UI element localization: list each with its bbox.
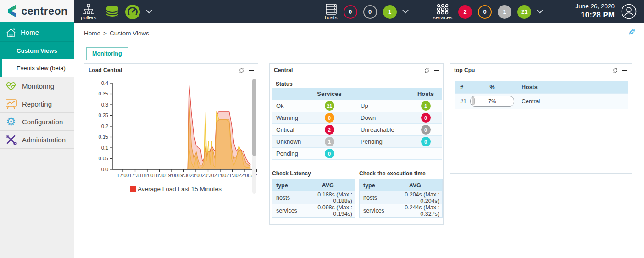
sidebar-item-monitoring[interactable]: Monitoring [0,77,74,95]
gauge-icon[interactable] [125,4,140,20]
svg-text:17:30: 17:30 [129,173,141,178]
services-button[interactable]: services [433,4,452,20]
centreon-dashboard: centreon pollers [0,0,644,258]
breadcrumb-home[interactable]: Home [84,30,100,37]
current-time: 10:28 PM [575,11,615,20]
load-central-title: Load Central [89,67,239,73]
refresh-icon[interactable] [424,67,430,73]
sidebar-item-administration[interactable]: Administration [0,131,74,149]
status-table-header: ServicesHosts [272,88,442,100]
brand-name: centreon [21,5,67,17]
service-count-badge[interactable]: 21 [325,101,334,111]
top-cpu-header: top Cpu [450,64,632,77]
svg-text:0.15: 0.15 [99,134,108,140]
services-badge-1[interactable]: 0 [478,5,492,19]
svg-text:21:00: 21:00 [214,173,226,178]
status-row-critical: Critical2Unreachable0 [272,124,442,136]
hosts-badge-2[interactable]: 1 [383,5,397,19]
mini-table-row: hosts0.204s (Max : 0.204s) [360,191,443,204]
sidebar: Home Custom Views Events view (beta) Mon… [0,23,74,258]
host-count-badge[interactable]: 0 [421,113,431,123]
service-count-badge[interactable]: 0 [325,113,334,123]
svg-text:0.25: 0.25 [99,112,108,118]
sidebar-item-home[interactable]: Home [0,23,74,42]
sidebar-item-label: Reporting [22,100,52,108]
hosts-chevron-down-icon[interactable] [402,10,409,14]
status-table: ServicesHostsOk21Up1Warning0Down0Critica… [272,88,442,160]
gear-icon: ⚙ [5,116,17,128]
area-series-2 [188,101,250,169]
events-view-label: Events view (beta) [17,65,66,72]
host-state-label: Unreachable [355,126,410,133]
clock: June 26, 2020 10:28 PM [575,3,615,20]
check-execution-table: typeAVGhosts0.204s (Max : 0.204s)service… [359,179,443,218]
sidebar-item-events-view[interactable]: Events view (beta) [0,59,74,77]
hosts-badge-0[interactable]: 0 [344,5,357,19]
centreon-logo[interactable]: centreon [0,0,74,22]
service-count-badge[interactable]: 2 [325,125,334,135]
widget-top-cpu: top Cpu #%Hosts#17%Central [450,63,632,174]
service-state-label: Ok [272,102,304,109]
hosts-button[interactable]: hosts [325,4,338,20]
edit-view-pencil-icon[interactable]: ✎ [628,27,636,38]
service-count-badge[interactable]: 0 [325,149,334,158]
central-title: Central [274,67,424,73]
sidebar-item-custom-views[interactable]: Custom Views [0,42,74,59]
widget-load-central: Load Central 0.40.350.30.250.20.150.10.0… [84,63,258,195]
host-count-badge[interactable]: 0 [421,137,431,146]
host-count-badge[interactable]: 1 [421,101,431,111]
database-icon[interactable] [105,4,120,20]
cpu-host-name: Central [515,98,628,105]
breadcrumb: Home>Custom Views [84,30,149,37]
service-state-label: Warning [272,114,304,121]
pollers-button[interactable]: pollers [81,4,96,20]
pollers-chevron-down-icon[interactable] [146,10,152,14]
cpu-percent-label: 7% [471,96,514,106]
minimize-icon[interactable] [622,70,627,71]
breadcrumb-custom-views[interactable]: Custom Views [110,30,149,37]
svg-text:0.05: 0.05 [99,156,108,161]
hosts-label: hosts [325,15,338,20]
breadcrumb-separator: > [103,30,107,37]
current-date: June 26, 2020 [575,3,615,10]
svg-text:20:00: 20:00 [190,173,202,178]
central-header: Central [270,64,443,77]
check-execution-title: Check the execution time [359,170,443,177]
services-badge-2[interactable]: 1 [498,5,511,19]
host-count-badge[interactable]: 0 [421,125,431,135]
custom-views-label: Custom Views [17,47,57,54]
pollers-label: pollers [81,15,96,20]
services-badge-0[interactable]: 2 [458,5,472,19]
svg-text:18:30: 18:30 [153,173,165,178]
pollers-group: pollers [81,0,152,23]
svg-text:0.35: 0.35 [99,91,108,96]
mini-table-row: hosts0.188s (Max : 0.188s) [272,191,355,204]
tab-monitoring[interactable]: Monitoring [86,47,128,60]
user-profile-icon[interactable] [621,4,637,19]
sidebar-item-label: Monitoring [22,82,54,90]
hosts-column-header: Hosts [410,90,442,97]
services-badge-3[interactable]: 21 [517,5,531,19]
svg-text:22:00: 22:00 [239,173,250,178]
svg-text:18:00: 18:00 [141,173,153,178]
cpu-rank: #1 [455,98,469,105]
refresh-icon[interactable] [239,67,244,73]
svg-text:0.3: 0.3 [101,102,108,107]
mini-table-row: services0.244s (Max : 0.327s) [360,204,443,218]
status-row-pending: Pending0 [272,148,442,160]
svg-text:17:00: 17:00 [117,173,129,178]
services-chevron-down-icon[interactable] [537,10,543,14]
sidebar-item-reporting[interactable]: Reporting [0,95,74,113]
legend-item-1 [130,194,222,195]
hosts-badge-1[interactable]: 0 [363,5,377,19]
minimize-icon[interactable] [249,70,254,71]
pollers-sitemap-icon [83,4,94,15]
minimize-icon[interactable] [434,70,439,71]
top-cpu-row: #17%Central [455,94,628,109]
refresh-icon[interactable] [612,67,618,73]
sidebar-item-configuration[interactable]: ⚙Configuration [0,113,74,131]
service-count-badge[interactable]: 1 [325,137,334,146]
svg-text:0.1: 0.1 [101,145,108,151]
host-state-label: Pending [355,138,410,145]
scrollbar-thumb[interactable] [252,79,256,156]
